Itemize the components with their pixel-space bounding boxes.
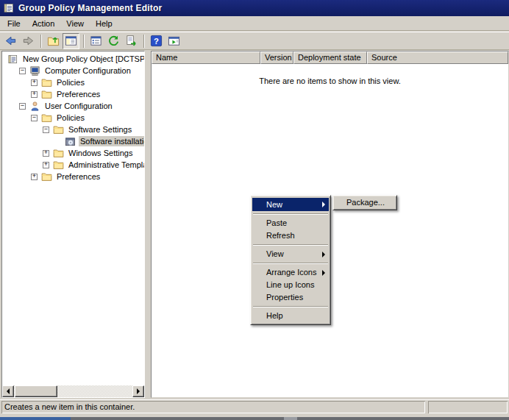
collapse-toggle-icon[interactable]: − (19, 103, 26, 110)
user-icon (29, 101, 40, 112)
group-policy-editor-window: Group Policy Management Editor FileActio… (0, 0, 509, 420)
column-header-source[interactable]: Source (367, 51, 508, 64)
submenu-arrow-icon (322, 252, 325, 257)
tree-item-label: Preferences (55, 171, 102, 182)
forward-button[interactable] (20, 33, 37, 49)
title-bar[interactable]: Group Policy Management Editor (0, 0, 509, 16)
up-one-level-button[interactable] (45, 33, 62, 49)
export-list-icon (125, 35, 138, 47)
status-bar: Creates a new item in this container. (0, 399, 509, 415)
help-icon: ? (150, 35, 163, 47)
submenu-arrow-icon (322, 270, 325, 276)
menu-help[interactable]: Help (90, 17, 118, 30)
column-header-name[interactable]: Name (152, 51, 260, 64)
empty-view-message: There are no items to show in this view. (152, 76, 508, 85)
tree-horizontal-scrollbar[interactable] (2, 385, 144, 397)
list-column-headers: NameVersionDeployment stateSource (152, 51, 508, 64)
expand-toggle-icon[interactable]: + (31, 174, 38, 180)
column-header-deployment-state[interactable]: Deployment state (293, 51, 367, 64)
tree-item-label: New Group Policy Object [DCTSP1. (21, 54, 144, 64)
context-menu-item-help[interactable]: Help (252, 310, 329, 322)
toolbar-separator (40, 35, 42, 48)
scroll-right-arrow-icon (137, 388, 140, 394)
tree-item-software-settings[interactable]: −Software Settings (2, 124, 144, 135)
taskbar-edge-blue-segment (0, 417, 71, 420)
context-menu-item-new[interactable]: New (252, 198, 329, 211)
folder-icon (41, 89, 52, 100)
export-list-button[interactable] (123, 33, 140, 49)
taskbar-edge (0, 416, 509, 420)
tree-item-label: User Configuration (43, 101, 114, 111)
window-title: Group Policy Management Editor (18, 3, 162, 13)
context-menu: NewPasteRefreshViewArrange IconsLine up … (250, 195, 331, 325)
context-menu-item-properties[interactable]: Properties (252, 291, 329, 304)
taskbar-edge-bar (0, 417, 509, 420)
tree-item-preferences[interactable]: +Preferences (2, 171, 144, 182)
folder-icon (41, 113, 52, 124)
menu-file[interactable]: File (1, 17, 26, 30)
gpo-icon (3, 2, 15, 14)
menu-view[interactable]: View (60, 17, 90, 30)
expand-toggle-icon[interactable]: + (43, 162, 49, 168)
software-installation-icon (65, 136, 76, 147)
scrollbar-thumb[interactable] (15, 385, 57, 397)
tree-item-label: Administrative Templates (67, 160, 144, 170)
gpo-icon (7, 54, 18, 65)
context-menu-separator (253, 306, 328, 307)
context-menu-item-line-up-icons[interactable]: Line up Icons (252, 279, 329, 291)
expand-toggle-icon[interactable]: + (31, 79, 38, 86)
submenu-item-package[interactable]: Package... (335, 196, 395, 209)
new-window-button[interactable] (165, 33, 182, 49)
folder-icon (53, 160, 64, 171)
help-button[interactable]: ? (148, 33, 165, 49)
collapse-toggle-icon[interactable]: − (31, 115, 38, 121)
scroll-right-button[interactable] (132, 385, 144, 397)
tree-item-windows-settings[interactable]: +Windows Settings (2, 147, 144, 159)
properties-button[interactable] (88, 33, 104, 49)
menu-action[interactable]: Action (26, 17, 61, 30)
tree-item-label: Policies (55, 77, 86, 88)
tree-item-label: Windows Settings (67, 148, 134, 158)
column-header-version[interactable]: Version (260, 51, 293, 64)
folder-icon (53, 124, 64, 135)
computer-icon (29, 65, 40, 76)
folder-icon (53, 148, 64, 159)
tree-item-software-installation[interactable]: Software installation (2, 135, 144, 147)
context-menu-item-refresh[interactable]: Refresh (252, 229, 329, 242)
tree-item-policies[interactable]: +Policies (2, 76, 144, 88)
context-menu-separator (253, 263, 328, 264)
toolbar-separator (83, 35, 85, 48)
console-tree-pane: New Group Policy Object [DCTSP1.−Compute… (1, 51, 145, 398)
context-menu-item-paste[interactable]: Paste (252, 217, 329, 229)
folder-icon (41, 171, 52, 182)
collapse-toggle-icon[interactable]: − (19, 68, 26, 74)
pane-splitter[interactable] (145, 51, 151, 398)
tree-item-computer-configuration[interactable]: −Computer Configuration (2, 65, 144, 76)
tree-item-new-group-policy-object-dctsp1[interactable]: New Group Policy Object [DCTSP1. (2, 53, 144, 65)
submenu-arrow-icon (322, 202, 325, 207)
show-console-tree-icon (65, 35, 77, 47)
tree-item-user-configuration[interactable]: −User Configuration (2, 100, 144, 112)
context-menu-item-arrange-icons[interactable]: Arrange Icons (252, 266, 329, 279)
scroll-left-button[interactable] (2, 385, 14, 397)
expand-toggle-icon[interactable]: + (43, 150, 49, 157)
context-menu-item-view[interactable]: View (252, 248, 329, 260)
collapse-toggle-icon[interactable]: − (43, 127, 49, 133)
back-button[interactable] (2, 33, 19, 49)
svg-text:?: ? (154, 37, 159, 46)
expand-toggle-icon[interactable]: + (31, 91, 38, 98)
tree-item-label: Computer Configuration (43, 65, 132, 76)
scroll-left-arrow-icon (7, 388, 10, 394)
show-console-tree-button[interactable] (63, 33, 79, 49)
tree-item-preferences[interactable]: +Preferences (2, 88, 144, 100)
context-menu-separator (253, 213, 328, 215)
console-tree: New Group Policy Object [DCTSP1.−Compute… (2, 53, 144, 385)
refresh-button[interactable] (105, 33, 122, 49)
context-submenu: Package... (332, 195, 397, 210)
context-menu-separator (253, 244, 328, 246)
properties-icon (90, 35, 102, 47)
tree-item-policies[interactable]: −Policies (2, 112, 144, 124)
tree-item-label: Preferences (55, 89, 102, 99)
tree-item-administrative-templates[interactable]: +Administrative Templates (2, 159, 144, 171)
tree-item-label: Policies (55, 113, 86, 123)
